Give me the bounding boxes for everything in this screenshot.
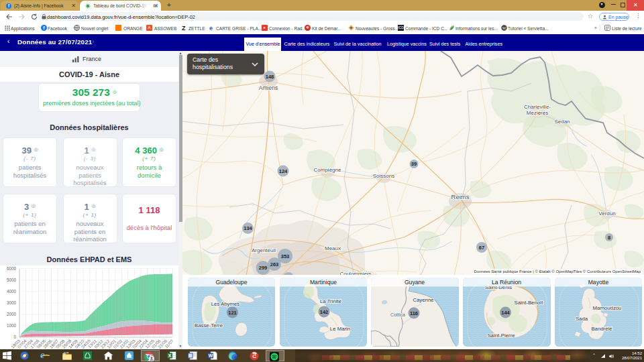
svg-text:Saint-Benoît: Saint-Benoît [515, 300, 544, 306]
svg-text:39: 39 [411, 161, 417, 167]
svg-text:Guyane: Guyane [405, 279, 425, 286]
svg-text:Amiens: Amiens [259, 84, 278, 91]
svg-text:Reims: Reims [451, 193, 470, 200]
svg-text:Sedan: Sedan [554, 119, 570, 125]
svg-text:Cottica: Cottica [390, 312, 405, 317]
svg-text:6000: 6000 [7, 266, 17, 271]
svg-text:Verdun: Verdun [598, 210, 615, 217]
svg-text:144: 144 [501, 310, 510, 316]
svg-text:Mayotte: Mayotte [588, 279, 609, 286]
svg-text:142: 142 [319, 309, 328, 315]
svg-text:W: W [502, 26, 506, 30]
svg-text:Meaux: Meaux [325, 245, 341, 251]
svg-text:La Réunion: La Réunion [492, 279, 521, 286]
svg-text:4000: 4000 [7, 289, 17, 294]
svg-text:W: W [209, 353, 213, 358]
svg-text:Cayenne: Cayenne [413, 297, 434, 303]
svg-text:Bandrélé: Bandrélé [591, 326, 612, 332]
svg-text:148: 148 [266, 73, 274, 79]
svg-text:Charleville-: Charleville- [524, 104, 551, 110]
svg-text:Mamoudzou: Mamoudzou [592, 305, 621, 311]
svg-text:1000: 1000 [7, 323, 17, 328]
svg-text:116: 116 [410, 310, 418, 316]
svg-text:2000: 2000 [7, 312, 17, 316]
svg-text:Le Marin: Le Marin [329, 326, 350, 332]
svg-text:Les Abymes: Les Abymes [211, 301, 240, 307]
svg-text:Argenteuil: Argenteuil [252, 247, 276, 253]
svg-text:8: 8 [608, 234, 610, 240]
svg-text:Coulommiers: Coulommiers [339, 270, 371, 275]
svg-text:Martinique: Martinique [309, 279, 336, 286]
svg-text:Basse-Terre: Basse-Terre [195, 322, 223, 328]
svg-text:5000: 5000 [7, 278, 17, 282]
svg-text:Sada: Sada [576, 316, 588, 322]
svg-text:X: X [168, 353, 171, 359]
svg-text:263: 263 [270, 261, 279, 267]
svg-text:La Trinité: La Trinité [319, 298, 341, 304]
svg-text:Guadeloupe: Guadeloupe [215, 279, 247, 286]
svg-text:Mézières: Mézières [527, 110, 548, 116]
svg-text:0: 0 [13, 335, 16, 339]
svg-text:67: 67 [479, 244, 484, 250]
svg-text:299: 299 [259, 265, 268, 271]
svg-text:3000: 3000 [7, 300, 17, 305]
svg-text:121: 121 [228, 310, 237, 316]
svg-text:Soissons: Soissons [373, 173, 394, 179]
svg-text:C: C [252, 353, 256, 359]
svg-text:134: 134 [244, 225, 252, 231]
svg-text:Compiègne: Compiègne [314, 167, 341, 173]
svg-text:353: 353 [281, 253, 290, 259]
svg-text:Saint-Pierre: Saint-Pierre [487, 333, 515, 339]
svg-text:124: 124 [279, 168, 288, 174]
